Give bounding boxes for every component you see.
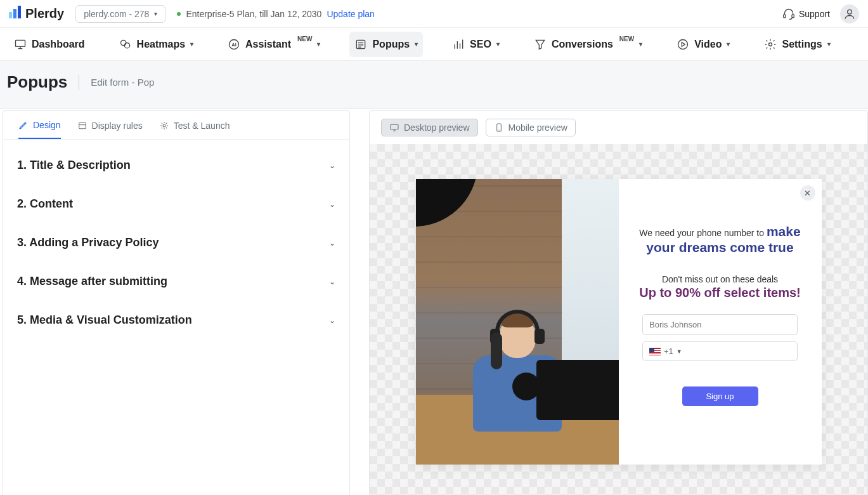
- plan-info: Enterprise-5 Plan, till Jan 12, 2030 Upd…: [177, 9, 375, 19]
- popup-image: [416, 179, 619, 465]
- support-label: Support: [799, 9, 830, 19]
- breadcrumb: Edit form - Pop: [91, 77, 154, 88]
- svg-point-19: [678, 39, 688, 49]
- person-icon: [843, 8, 856, 20]
- name-input[interactable]: [642, 314, 798, 335]
- accordion-item-after-submit[interactable]: 4. Message after submitting ⌄: [17, 262, 335, 301]
- chevron-down-icon: ⌄: [329, 316, 335, 325]
- svg-point-7: [120, 40, 126, 45]
- svg-rect-2: [18, 6, 21, 18]
- nav-assistant[interactable]: AI Assistant NEW ▾: [223, 32, 325, 57]
- page-header: Popups Edit form - Pop: [0, 61, 868, 109]
- update-plan-link[interactable]: Update plan: [327, 9, 375, 19]
- accordion-item-title-desc[interactable]: 1. Title & Description ⌄: [17, 146, 335, 185]
- svg-point-8: [124, 43, 129, 48]
- nav-popups[interactable]: Popups ▾: [349, 32, 423, 57]
- chevron-down-icon: ▾: [827, 41, 831, 48]
- svg-rect-24: [391, 124, 398, 129]
- svg-rect-6: [16, 40, 25, 46]
- svg-point-5: [848, 10, 852, 14]
- funnel-icon: [534, 38, 547, 51]
- chevron-down-icon: ⌄: [329, 161, 335, 170]
- popup-body: ✕ We need your phone number to make your…: [619, 179, 822, 465]
- popup-lead-small: We need your phone number to: [639, 228, 767, 238]
- svg-text:AI: AI: [231, 42, 236, 48]
- support-link[interactable]: Support: [782, 8, 830, 20]
- mobile-icon: [494, 122, 504, 133]
- nav-seo[interactable]: SEO ▾: [447, 32, 505, 57]
- headset-icon: [782, 8, 795, 20]
- chevron-down-icon: ⌄: [329, 277, 335, 286]
- popup-icon: [354, 38, 367, 51]
- accordion-item-privacy[interactable]: 3. Adding a Privacy Policy ⌄: [17, 223, 335, 262]
- preview-panel: Desktop preview Mobile preview: [369, 110, 868, 495]
- chevron-down-icon: ▾: [190, 41, 193, 48]
- brand-logo[interactable]: Plerdy: [9, 6, 64, 22]
- tab-test-launch[interactable]: Test & Launch: [159, 120, 230, 139]
- chevron-down-icon: ▼: [677, 348, 682, 355]
- chevron-down-icon: ▾: [317, 41, 320, 48]
- play-icon: [677, 38, 689, 51]
- svg-rect-1: [13, 9, 16, 18]
- site-selector[interactable]: plerdy.com - 278 ▾: [75, 5, 165, 23]
- chevron-down-icon: ▾: [727, 41, 730, 48]
- brand-name: Plerdy: [25, 6, 64, 21]
- heatmap-icon: [119, 38, 132, 51]
- tab-design[interactable]: Design: [18, 120, 61, 139]
- gear-icon: [764, 38, 777, 51]
- svg-rect-3: [784, 14, 786, 17]
- top-bar: Plerdy plerdy.com - 278 ▾ Enterprise-5 P…: [0, 0, 868, 28]
- mobile-preview-button[interactable]: Mobile preview: [486, 119, 576, 136]
- nav-settings[interactable]: Settings ▾: [759, 32, 835, 57]
- chevron-down-icon: ▾: [154, 10, 157, 17]
- divider: [79, 75, 79, 90]
- page-title: Popups: [7, 72, 67, 92]
- status-dot-icon: [177, 12, 181, 16]
- nav-dashboard[interactable]: Dashboard: [9, 32, 90, 57]
- ai-icon: AI: [228, 38, 240, 51]
- nav-heatmaps[interactable]: Heatmaps ▾: [114, 32, 198, 57]
- accordion-item-content[interactable]: 2. Content ⌄: [17, 185, 335, 223]
- phone-cc: +1: [664, 346, 673, 356]
- rules-icon: [77, 121, 87, 131]
- chevron-down-icon: ⌄: [329, 200, 335, 209]
- svg-rect-0: [9, 12, 12, 18]
- popup-subtext: Don't miss out on these deals: [662, 274, 778, 284]
- new-badge: NEW: [619, 36, 634, 43]
- svg-rect-4: [792, 14, 794, 17]
- tab-display-rules[interactable]: Display rules: [77, 120, 143, 139]
- main-nav: Dashboard Heatmaps ▾ AI Assistant NEW ▾ …: [0, 28, 868, 61]
- chevron-down-icon: ▾: [496, 41, 500, 48]
- preview-toggle: Desktop preview Mobile preview: [370, 111, 867, 144]
- seo-icon: [452, 38, 465, 51]
- site-selector-label: plerdy.com - 278: [84, 9, 149, 19]
- popup-preview: ✕ We need your phone number to make your…: [416, 179, 822, 465]
- chevron-down-icon: ⌄: [329, 239, 335, 248]
- phone-input[interactable]: +1 ▼: [642, 341, 798, 361]
- svg-point-20: [769, 43, 772, 46]
- chevron-down-icon: ▾: [639, 41, 642, 48]
- plan-text: Enterprise-5 Plan, till Jan 12, 2030: [186, 9, 321, 19]
- pencil-icon: [18, 120, 29, 130]
- signup-button[interactable]: Sign up: [682, 386, 758, 406]
- desktop-icon: [389, 122, 399, 133]
- gear-icon: [159, 121, 169, 131]
- close-icon[interactable]: ✕: [800, 185, 815, 201]
- popup-promo: Up to 90% off select items!: [639, 286, 801, 300]
- desktop-preview-button[interactable]: Desktop preview: [381, 119, 478, 136]
- user-avatar[interactable]: [840, 4, 859, 23]
- chevron-down-icon: ▾: [415, 41, 418, 48]
- nav-video[interactable]: Video ▾: [671, 32, 735, 57]
- svg-point-23: [163, 124, 165, 127]
- flag-us-icon: [649, 348, 661, 355]
- new-badge: NEW: [297, 36, 312, 43]
- editor-panel: Design Display rules Test & Launch 1. Ti…: [3, 110, 350, 495]
- monitor-icon: [14, 38, 27, 51]
- nav-conversions[interactable]: Conversions NEW ▾: [529, 32, 647, 57]
- preview-stage: ✕ We need your phone number to make your…: [370, 144, 867, 495]
- accordion: 1. Title & Description ⌄ 2. Content ⌄ 3.…: [3, 140, 349, 346]
- accordion-item-media[interactable]: 5. Media & Visual Customization ⌄: [17, 301, 335, 340]
- editor-tabs: Design Display rules Test & Launch: [3, 111, 349, 140]
- brand-mark-icon: [9, 6, 23, 22]
- svg-rect-21: [79, 122, 86, 128]
